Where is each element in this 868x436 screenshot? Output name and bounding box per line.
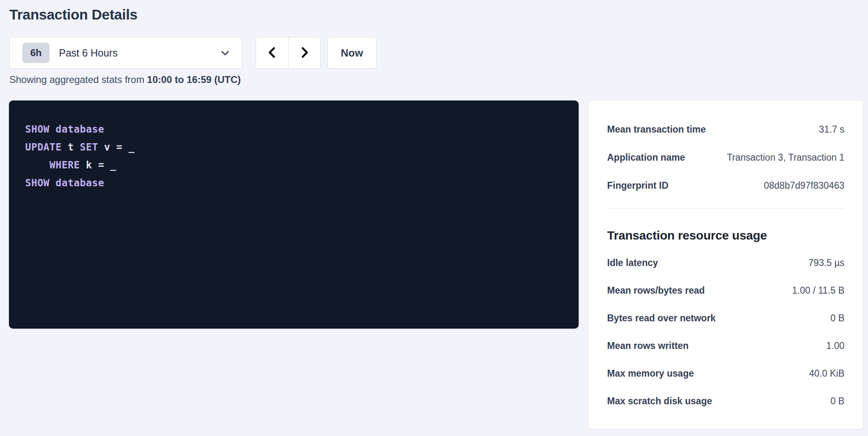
aggregation-range-text: Showing aggregated stats from 10:00 to 1… [9, 74, 241, 85]
sql-token-plain: v = _ [98, 142, 135, 153]
stat-row: Bytes read over network0 B [607, 312, 844, 325]
stat-value: 793.5 µs [808, 257, 844, 269]
stat-row: Application nameTransaction 3, Transacti… [607, 151, 844, 164]
stat-label: Max memory usage [607, 367, 694, 380]
stat-value: 31.7 s [819, 123, 844, 136]
sql-line: SHOW database [25, 120, 562, 138]
chevron-left-icon [265, 46, 279, 61]
time-controls: 6h Past 6 Hours [9, 37, 377, 69]
sql-token-plain [50, 124, 56, 135]
stat-row: Max scratch disk usage0 B [607, 395, 844, 408]
interval-badge: 6h [22, 43, 50, 63]
sql-token-keyword: SHOW [25, 124, 50, 135]
stat-row: Fingerprint ID08d8b7d97f830463 [607, 179, 844, 192]
overview-rows: Mean transaction time31.7 sApplication n… [607, 123, 844, 192]
aggregation-range-prefix: Showing aggregated stats from [9, 74, 147, 85]
stat-label: Fingerprint ID [607, 179, 668, 192]
stat-row: Max memory usage40.0 KiB [607, 367, 844, 380]
stat-value: 1.00 / 11.5 B [792, 284, 844, 297]
stat-value: 1.00 [826, 340, 844, 352]
sql-token-plain [25, 159, 50, 171]
stat-row: Idle latency793.5 µs [607, 257, 844, 269]
aggregation-range-bold: 10:00 to 16:59 (UTC) [147, 74, 241, 85]
stat-row: Mean rows/bytes read1.00 / 11.5 B [607, 284, 844, 297]
prev-interval-button[interactable] [256, 37, 288, 68]
stat-label: Max scratch disk usage [607, 395, 712, 408]
now-button[interactable]: Now [327, 37, 377, 69]
stat-value: 08d8b7d97f830463 [764, 179, 844, 192]
time-interval-dropdown[interactable]: 6h Past 6 Hours [9, 37, 242, 69]
interval-label: Past 6 Hours [59, 47, 118, 59]
transaction-summary-card: Mean transaction time31.7 sApplication n… [588, 100, 864, 429]
sql-token-keyword: database [56, 177, 104, 189]
sql-token-keyword: WHERE [50, 159, 80, 171]
sql-token-plain: k = _ [80, 159, 117, 171]
resource-rows: Idle latency793.5 µsMean rows/bytes read… [607, 257, 844, 408]
sql-token-keyword: database [56, 124, 104, 135]
interval-nav-group [256, 37, 321, 69]
sql-line: UPDATE t SET v = _ [25, 138, 562, 156]
stat-label: Mean rows/bytes read [607, 284, 705, 297]
stat-label: Bytes read over network [607, 312, 716, 325]
stat-value: 0 B [830, 312, 844, 325]
chevron-right-icon [297, 46, 311, 61]
stat-label: Mean rows written [607, 340, 689, 352]
chevron-down-icon [219, 47, 231, 59]
sql-statement-box: SHOW databaseUPDATE t SET v = _ WHERE k … [9, 100, 579, 329]
sql-token-keyword: SHOW [25, 177, 50, 189]
stat-label: Idle latency [607, 257, 658, 269]
stat-value: Transaction 3, Transaction 1 [727, 151, 844, 164]
stat-value: 0 B [830, 395, 844, 408]
stat-row: Mean rows written1.00 [607, 340, 844, 352]
sql-token-keyword: SET [80, 142, 98, 153]
sql-token-keyword: UPDATE [25, 142, 62, 153]
sql-line: SHOW database [25, 174, 562, 192]
next-interval-button[interactable] [288, 37, 320, 68]
stat-value: 40.0 KiB [809, 367, 844, 380]
stat-label: Mean transaction time [607, 123, 706, 136]
sql-code: SHOW databaseUPDATE t SET v = _ WHERE k … [25, 120, 562, 192]
sql-line: WHERE k = _ [25, 156, 562, 174]
card-divider [607, 208, 844, 209]
page-title: Transaction Details [9, 7, 137, 23]
stat-row: Mean transaction time31.7 s [607, 123, 844, 136]
stat-label: Application name [607, 151, 685, 164]
sql-token-plain [50, 177, 56, 189]
sql-token-plain: t [62, 142, 80, 153]
resource-usage-heading: Transaction resource usage [607, 227, 844, 244]
